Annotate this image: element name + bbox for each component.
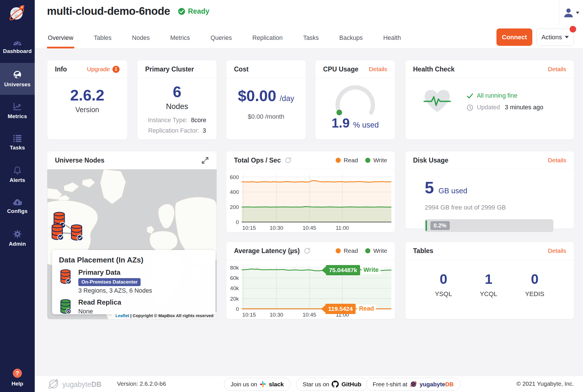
actions-button[interactable]: Actions xyxy=(536,28,574,46)
svg-text:10:15: 10:15 xyxy=(242,312,256,318)
tab-replication[interactable]: Replication xyxy=(252,34,284,48)
help-icon: ? xyxy=(12,368,22,378)
version-label: Version xyxy=(75,106,99,114)
write-legend-dot xyxy=(365,248,370,253)
sidebar-item-metrics[interactable]: Metrics xyxy=(0,95,35,127)
tab-nodes[interactable]: Nodes xyxy=(131,34,151,48)
yugabyte-gray-logo xyxy=(47,378,59,391)
ycql-count-value: 1 xyxy=(485,271,492,287)
svg-text:80k: 80k xyxy=(230,265,239,271)
ysql-count-label: YSQL xyxy=(435,290,452,298)
map-copyright: | Copyright © MapBox All rights reserved xyxy=(130,313,214,318)
read-legend-dot xyxy=(336,248,341,253)
replication-factor-key: Replication Factor: xyxy=(148,127,199,134)
tab-tasks[interactable]: Tasks xyxy=(302,34,320,48)
tab-overview[interactable]: Overview xyxy=(47,34,74,48)
svg-text:0: 0 xyxy=(236,219,239,225)
svg-text:60k: 60k xyxy=(230,275,239,281)
svg-text:10:30: 10:30 xyxy=(270,312,283,318)
chart-legend: Read Write xyxy=(336,157,387,164)
sidebar-item-dashboard[interactable]: Dashboard xyxy=(0,31,35,63)
read-replica-desc: None xyxy=(78,308,93,315)
chevron-down-icon xyxy=(576,12,579,14)
health-check-card: Health Check Details All running fine xyxy=(405,60,574,139)
health-details-link[interactable]: Details xyxy=(548,66,566,73)
chart-value-tooltip: 75.04487kWrite xyxy=(322,265,381,275)
data-placement-panel: Data Placement (In AZs) Primary Da xyxy=(52,250,215,314)
health-status-text: All running fine xyxy=(477,92,517,99)
refresh-icon[interactable] xyxy=(284,157,292,164)
sidebar-item-admin[interactable]: Admin xyxy=(0,222,35,254)
tab-tables[interactable]: Tables xyxy=(93,34,112,48)
on-premises-badge: On-Premises Datacenter xyxy=(78,278,141,286)
connect-button[interactable]: Connect xyxy=(496,28,532,46)
cpu-gauge xyxy=(330,83,381,116)
replication-factor-value: 3 xyxy=(203,127,206,134)
leaflet-link[interactable]: Leaflet xyxy=(115,313,129,318)
sidebar-item-tasks[interactable]: Tasks xyxy=(0,127,35,159)
tables-title: Tables xyxy=(413,247,433,255)
tables-details-link[interactable]: Details xyxy=(548,247,566,254)
upgrade-link[interactable]: Upgrade 1 xyxy=(87,66,120,73)
svg-text:400: 400 xyxy=(230,189,239,195)
instance-type-value: 8core xyxy=(191,117,206,124)
sidebar-item-configs[interactable]: Configs xyxy=(0,190,35,222)
refresh-icon[interactable] xyxy=(303,247,311,255)
svg-text:10:15: 10:15 xyxy=(242,225,256,231)
slack-prefix: Join us on xyxy=(231,381,257,388)
gear-icon xyxy=(13,230,22,238)
tab-queries[interactable]: Queries xyxy=(210,34,233,48)
world-map[interactable]: Data Placement (In AZs) Primary Da xyxy=(47,169,217,319)
sidebar-item-help[interactable]: ? Help xyxy=(0,368,35,387)
primary-data-desc: 3 Regions, 3 AZS, 6 Nodes xyxy=(78,287,152,294)
disk-details-link[interactable]: Details xyxy=(548,157,566,164)
yugabyte-planet-logo[interactable] xyxy=(0,3,35,23)
user-menu[interactable] xyxy=(559,0,583,25)
universe-nodes-card: Universe Nodes xyxy=(47,151,217,319)
list-icon xyxy=(13,135,22,142)
disk-usage-title: Disk Usage xyxy=(413,157,448,164)
data-placement-title: Data Placement (In AZs) xyxy=(59,256,209,264)
github-link[interactable]: Star us on GitHub xyxy=(296,378,368,391)
read-legend-dot xyxy=(336,158,341,163)
health-updated-prefix: Updated xyxy=(477,104,500,111)
header: multi-cloud-demo-6node Ready Overview Ta… xyxy=(35,0,583,49)
primary-database-icon xyxy=(59,268,72,284)
planet-icon xyxy=(410,381,417,388)
expand-icon[interactable] xyxy=(201,157,209,164)
tab-health[interactable]: Health xyxy=(382,34,402,48)
write-legend-label: Write xyxy=(373,157,387,164)
replication-factor-row: Replication Factor:3 xyxy=(148,127,206,134)
svg-text:40k: 40k xyxy=(230,285,239,291)
sidebar-item-universes[interactable]: Universes xyxy=(0,63,35,95)
total-ops-title: Total Ops / Sec xyxy=(234,157,281,164)
cost-card-title: Cost xyxy=(234,65,249,73)
write-legend-dot xyxy=(365,158,370,163)
slack-link[interactable]: Join us on slack xyxy=(224,378,290,391)
svg-text:10:30: 10:30 xyxy=(270,225,283,231)
cpu-usage-title: CPU Usage xyxy=(323,65,358,73)
cpu-percent-value: 1.9 xyxy=(331,115,350,131)
cost-per-month: $0.00 /month xyxy=(226,113,306,120)
replica-database-icon xyxy=(59,298,72,314)
nodes-count-value: 6 xyxy=(173,83,181,100)
heartbeat-icon xyxy=(423,89,451,115)
cpu-details-link[interactable]: Details xyxy=(369,66,387,73)
svg-text:?: ? xyxy=(16,370,19,376)
node-marker[interactable] xyxy=(70,223,83,242)
yedis-count-value: 0 xyxy=(531,271,539,287)
primary-cluster-card: Primary Cluster 6 Nodes Instance Type:8c… xyxy=(137,60,217,139)
slack-brand: slack xyxy=(269,381,284,388)
sidebar: Dashboard Universes Metrics xyxy=(0,0,35,392)
footer: yugabyteDB Version: 2.6.2.0-b6 Join us o… xyxy=(35,376,583,392)
yedis-count-label: YEDIS xyxy=(525,290,545,298)
sidebar-item-alerts[interactable]: Alerts xyxy=(0,159,35,190)
ysql-count-value: 0 xyxy=(440,271,447,287)
node-marker[interactable] xyxy=(50,223,64,242)
sidebar-item-label: Admin xyxy=(9,241,26,247)
tshirt-link[interactable]: Free t-shirt at yugabyteDB xyxy=(366,378,460,391)
cloud-upload-icon xyxy=(13,199,22,206)
nodes-count-label: Nodes xyxy=(166,102,188,111)
tab-metrics[interactable]: Metrics xyxy=(169,34,191,48)
tab-backups[interactable]: Backups xyxy=(338,34,364,48)
